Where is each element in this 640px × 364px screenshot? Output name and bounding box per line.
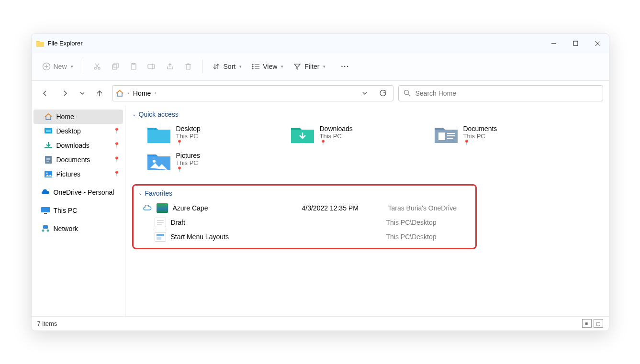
sort-button[interactable]: Sort ▾ bbox=[208, 59, 246, 74]
sidebar-item-label: Downloads bbox=[56, 142, 90, 149]
quick-access-documents[interactable]: Documents This PC 📍 bbox=[434, 122, 558, 149]
view-icon bbox=[251, 62, 260, 71]
close-button[interactable] bbox=[587, 34, 609, 53]
sidebar-item-onedrive[interactable]: OneDrive - Personal bbox=[32, 185, 125, 199]
details-view-toggle[interactable]: ≡ bbox=[582, 319, 592, 328]
svg-rect-42 bbox=[44, 213, 47, 214]
breadcrumb-home[interactable]: Home bbox=[133, 89, 151, 97]
paste-icon bbox=[129, 62, 138, 71]
pin-icon: 📍 bbox=[113, 156, 120, 163]
svg-rect-13 bbox=[114, 63, 118, 68]
sidebar-item-label: Desktop bbox=[56, 127, 81, 135]
filter-button[interactable]: Filter ▾ bbox=[289, 59, 329, 74]
rename-button[interactable] bbox=[144, 59, 160, 74]
quick-access-downloads[interactable]: Downloads This PC 📍 bbox=[290, 122, 415, 149]
cut-icon bbox=[93, 62, 101, 71]
item-name: Draft bbox=[171, 219, 300, 226]
delete-button[interactable] bbox=[180, 59, 196, 74]
app-folder-icon bbox=[36, 40, 44, 47]
copy-button[interactable] bbox=[107, 59, 124, 74]
quick-access-desktop[interactable]: Desktop This PC 📍 bbox=[146, 122, 271, 149]
chevron-down-icon: ⌄ bbox=[132, 111, 136, 117]
svg-point-30 bbox=[404, 90, 408, 95]
svg-rect-59 bbox=[157, 237, 161, 240]
separator bbox=[83, 60, 83, 73]
more-button[interactable]: ··· bbox=[337, 60, 353, 73]
address-chevron-button[interactable] bbox=[358, 90, 372, 96]
sidebar-item-home[interactable]: Home bbox=[34, 110, 123, 124]
item-date: 4/3/2022 12:35 PM bbox=[302, 204, 388, 212]
minimize-button[interactable] bbox=[543, 34, 565, 53]
up-button[interactable] bbox=[92, 86, 107, 101]
svg-rect-49 bbox=[438, 132, 445, 140]
onedrive-icon bbox=[41, 188, 50, 197]
sidebar-item-thispc[interactable]: This PC bbox=[32, 203, 125, 218]
pin-icon: 📍 bbox=[113, 142, 120, 148]
sidebar-item-label: Network bbox=[54, 225, 78, 232]
sidebar-item-documents[interactable]: Documents 📍 bbox=[32, 153, 125, 167]
back-button[interactable] bbox=[37, 86, 53, 101]
content-area: ⌄ Quick access Desktop This PC 📍 Downloa… bbox=[125, 106, 609, 316]
new-button[interactable]: New ▾ bbox=[38, 59, 77, 74]
sidebar: Home Desktop 📍 Downloads 📍 Documents 📍 P… bbox=[32, 106, 125, 316]
pin-icon: 📍 bbox=[320, 140, 353, 146]
pin-icon: 📍 bbox=[176, 140, 201, 146]
search-input[interactable] bbox=[415, 89, 598, 97]
sidebar-item-downloads[interactable]: Downloads 📍 bbox=[32, 138, 125, 153]
item-name: Desktop bbox=[176, 125, 201, 132]
item-name: Start Menu Layouts bbox=[171, 233, 300, 241]
forward-button[interactable] bbox=[57, 86, 73, 101]
favorite-item-draft[interactable]: Draft This PC\Desktop bbox=[138, 215, 471, 230]
downloads-icon bbox=[44, 141, 53, 150]
quick-access-pictures[interactable]: Pictures This PC 📍 bbox=[146, 149, 271, 176]
window: File Explorer New ▾ Sort ▾ View ▾ bbox=[31, 33, 609, 331]
filter-icon bbox=[293, 62, 302, 71]
chevron-down-icon: ▾ bbox=[239, 64, 242, 69]
cut-button[interactable] bbox=[89, 59, 105, 74]
item-location: This PC\Desktop bbox=[386, 233, 437, 241]
sort-label: Sort bbox=[224, 63, 236, 70]
text-file-icon bbox=[155, 218, 166, 227]
favorite-item-azure-cape[interactable]: Azure Cape 4/3/2022 12:35 PM Taras Buria… bbox=[138, 201, 471, 215]
thispc-icon bbox=[41, 206, 50, 215]
favorite-item-start-menu[interactable]: Start Menu Layouts This PC\Desktop bbox=[138, 230, 471, 244]
large-icons-view-toggle[interactable]: ▢ bbox=[594, 319, 603, 328]
view-button[interactable]: View ▾ bbox=[247, 59, 287, 74]
sidebar-item-pictures[interactable]: Pictures 📍 bbox=[32, 167, 125, 181]
documents-icon bbox=[44, 155, 53, 164]
folder-icon bbox=[290, 125, 315, 144]
svg-rect-43 bbox=[43, 225, 48, 229]
cloud-icon bbox=[143, 205, 155, 211]
item-name: Downloads bbox=[320, 125, 353, 132]
toolbar: New ▾ Sort ▾ View ▾ Filter ▾ ··· bbox=[32, 53, 609, 81]
refresh-button[interactable] bbox=[376, 89, 390, 97]
sidebar-item-network[interactable]: Network bbox=[32, 221, 125, 236]
svg-rect-16 bbox=[148, 65, 155, 68]
share-button[interactable] bbox=[162, 59, 178, 74]
titlebar: File Explorer bbox=[32, 34, 609, 53]
svg-rect-58 bbox=[157, 234, 164, 236]
recent-chevron-button[interactable] bbox=[78, 86, 87, 101]
sidebar-item-label: This PC bbox=[54, 207, 78, 214]
home-icon bbox=[44, 112, 53, 121]
pictures-icon bbox=[44, 170, 53, 178]
svg-rect-12 bbox=[112, 65, 117, 69]
item-count: 7 items bbox=[37, 320, 57, 327]
maximize-button[interactable] bbox=[565, 34, 587, 53]
quick-access-header[interactable]: ⌄ Quick access bbox=[132, 110, 602, 118]
svg-point-45 bbox=[46, 229, 49, 232]
chevron-right-icon: › bbox=[128, 90, 129, 96]
sidebar-item-label: Home bbox=[56, 113, 74, 121]
item-location: This PC\Desktop bbox=[386, 219, 437, 226]
chevron-down-icon: ▾ bbox=[281, 64, 283, 69]
new-label: New bbox=[54, 63, 67, 70]
address-bar[interactable]: › Home › bbox=[112, 85, 393, 101]
favorites-header[interactable]: ⌄ Favorites bbox=[138, 189, 471, 197]
view-label: View bbox=[263, 63, 277, 70]
pin-icon: 📍 bbox=[176, 166, 201, 173]
search-box[interactable] bbox=[398, 85, 603, 101]
sidebar-item-desktop[interactable]: Desktop 📍 bbox=[32, 124, 125, 138]
paste-button[interactable] bbox=[125, 59, 142, 74]
chevron-right-icon: › bbox=[155, 90, 156, 96]
pin-icon: 📍 bbox=[113, 128, 120, 134]
